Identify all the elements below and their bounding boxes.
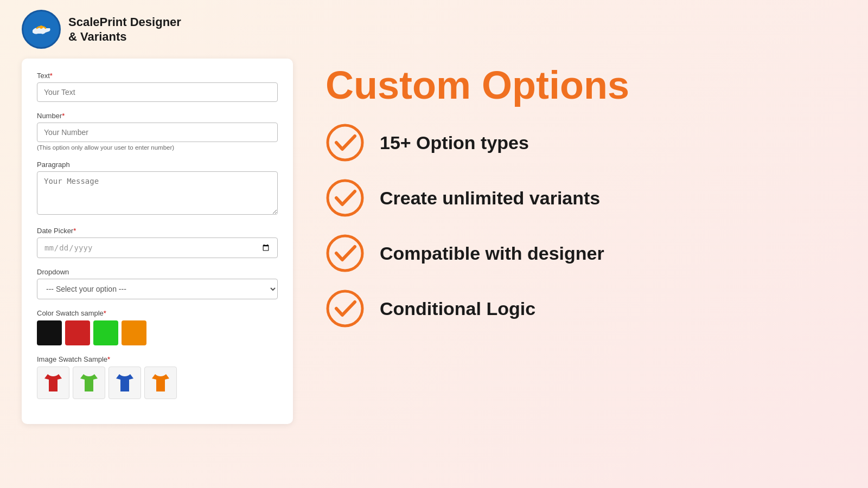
right-panel: Custom Options 15+ Option types Create u… <box>326 59 846 328</box>
svg-point-5 <box>328 291 362 326</box>
feature-designer: Compatible with designer <box>326 234 846 273</box>
image-swatch-red[interactable] <box>37 367 69 399</box>
image-swatch-orange[interactable] <box>144 367 177 399</box>
color-swatch-green[interactable] <box>93 320 118 345</box>
check-icon-2 <box>326 178 365 217</box>
color-swatch-label: Color Swatch sample* <box>37 309 278 317</box>
date-label: Date Picker* <box>37 227 278 235</box>
color-swatch-red[interactable] <box>65 320 90 345</box>
feature-text-2: Create unlimited variants <box>380 188 600 209</box>
color-swatches <box>37 320 278 345</box>
check-icon-3 <box>326 234 365 273</box>
paragraph-label: Paragraph <box>37 160 278 169</box>
brand-name: ScalePrint Designer & Variants <box>68 15 181 44</box>
number-field-group: Number* (This option only allow your use… <box>37 112 278 151</box>
form-panel: Text* Number* (This option only allow yo… <box>22 59 293 424</box>
feature-logic: Conditional Logic <box>326 289 846 328</box>
image-swatches <box>37 367 278 399</box>
svg-point-2 <box>328 125 362 160</box>
header: ScalePrint Designer & Variants <box>0 0 868 59</box>
image-swatch-group: Image Swatch Sample* <box>37 355 278 399</box>
text-input[interactable] <box>37 82 278 102</box>
image-swatch-label: Image Swatch Sample* <box>37 355 278 363</box>
text-field-group: Text* <box>37 72 278 102</box>
feature-variants: Create unlimited variants <box>326 178 846 217</box>
feature-text-4: Conditional Logic <box>380 298 535 319</box>
color-swatch-orange[interactable] <box>122 320 146 345</box>
number-label: Number* <box>37 112 278 120</box>
date-field-group: Date Picker* <box>37 227 278 258</box>
dropdown-select[interactable]: --- Select your option --- <box>37 279 278 299</box>
number-hint: (This option only allow your user to ent… <box>37 144 278 151</box>
svg-point-3 <box>328 181 362 215</box>
date-input[interactable] <box>37 237 278 258</box>
check-icon-1 <box>326 123 365 162</box>
paragraph-textarea[interactable] <box>37 171 278 215</box>
feature-text-1: 15+ Option types <box>380 132 529 153</box>
color-swatch-black[interactable] <box>37 320 62 345</box>
text-label: Text* <box>37 72 278 80</box>
main-content: Text* Number* (This option only allow yo… <box>0 59 868 488</box>
feature-text-3: Compatible with designer <box>380 243 604 264</box>
paragraph-field-group: Paragraph <box>37 160 278 217</box>
dropdown-field-group: Dropdown --- Select your option --- <box>37 268 278 299</box>
image-swatch-green[interactable] <box>73 367 105 399</box>
check-icon-4 <box>326 289 365 328</box>
features-list: 15+ Option types Create unlimited varian… <box>326 123 846 328</box>
svg-point-4 <box>328 236 362 271</box>
logo <box>22 10 61 49</box>
svg-point-1 <box>40 25 43 29</box>
dropdown-label: Dropdown <box>37 268 278 276</box>
feature-option-types: 15+ Option types <box>326 123 846 162</box>
color-swatch-group: Color Swatch sample* <box>37 309 278 345</box>
main-title: Custom Options <box>326 64 846 107</box>
image-swatch-blue[interactable] <box>108 367 141 399</box>
number-input[interactable] <box>37 123 278 142</box>
